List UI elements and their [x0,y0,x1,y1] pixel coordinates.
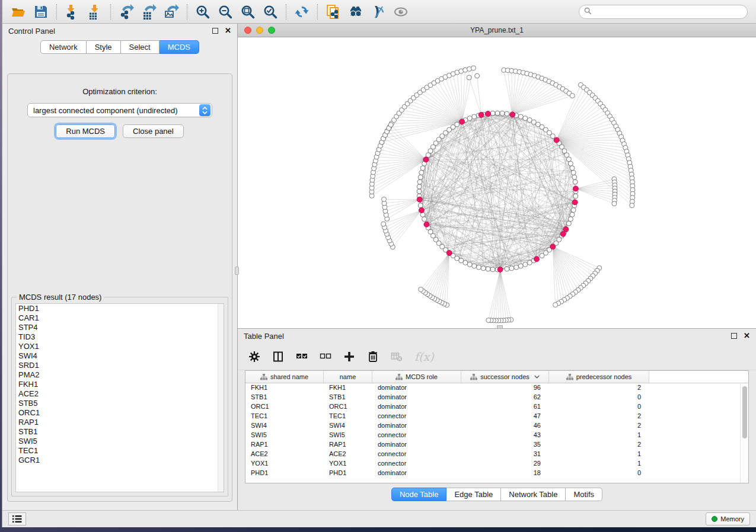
zoom-in-icon[interactable] [192,2,214,21]
close-table-panel-icon[interactable]: ✕ [744,333,750,339]
mcds-result-item[interactable]: PHD1 [16,304,224,313]
table-cell: FKH1 [324,383,372,393]
criterion-dropdown[interactable]: largest connected component (undirected) [27,103,212,117]
show-columns-icon[interactable] [272,351,284,363]
export-table-icon[interactable] [138,2,160,21]
export-network-icon[interactable] [115,2,138,21]
table-row-RAP1[interactable]: RAP1RAP1dominator352 [245,440,748,450]
deselect-all-icon[interactable] [320,351,331,363]
close-panel-icon[interactable]: ✕ [225,28,231,34]
export-image-icon[interactable] [160,2,183,21]
mcds-result-list[interactable]: PHD1CAR1STP4TID3YOX1SWI4SRD1PMA2FKH1ACE2… [15,303,224,492]
table-row-ACE2[interactable]: ACE2ACE2connector311 [245,450,748,459]
mcds-result-item[interactable]: GCR1 [16,456,224,465]
mcds-result-item[interactable]: TID3 [16,332,224,342]
vertical-splitter-grip[interactable] [235,267,239,275]
window-close-traffic-icon[interactable] [244,27,251,34]
tab-network[interactable]: Network [40,40,87,54]
column-header-predecessor-nodes[interactable]: predecessor nodes [549,371,649,383]
mcds-result-item[interactable]: SRD1 [16,361,224,370]
save-session-icon[interactable] [30,2,52,21]
control-panel-tabs: NetworkStyleSelectMCDS [2,40,237,54]
mcds-result-item[interactable]: SWI5 [16,437,224,446]
tab-mcds[interactable]: MCDS [160,40,199,54]
mcds-result-item[interactable]: ORC1 [16,408,224,418]
table-row-SWI4[interactable]: SWI4SWI4dominator462 [245,421,748,431]
tab-node-table[interactable]: Node Table [391,488,447,501]
zoom-out-icon[interactable] [214,2,237,21]
column-header-shared-name[interactable]: shared name [245,371,324,383]
column-header-MCDS-role[interactable]: MCDS role [372,371,461,383]
mcds-result-item[interactable]: PMA2 [16,370,224,380]
import-table-icon[interactable] [84,2,106,21]
mcds-result-item[interactable]: STB1 [16,427,224,437]
add-column-icon[interactable] [343,351,355,363]
table-scrollbar-thumb[interactable] [742,386,747,438]
refresh-icon[interactable] [291,2,313,21]
column-header-successor-nodes[interactable]: successor nodes [461,371,549,383]
delete-column-icon[interactable] [367,351,379,363]
table-row-YOX1[interactable]: YOX1YOX1connector291 [245,459,748,469]
binoculars-icon[interactable] [344,2,367,21]
column-header-name[interactable]: name [324,371,372,383]
tab-style[interactable]: Style [87,40,121,54]
mcds-result-item[interactable]: STB5 [16,399,224,408]
tab-edge-table[interactable]: Edge Table [446,488,501,501]
mcds-result-item[interactable]: YOX1 [16,342,224,351]
mcds-result-item[interactable]: SWI4 [16,351,224,361]
table-cell: YOX1 [245,459,324,469]
hide-graphics-icon[interactable] [367,2,390,21]
table-row-FKH1[interactable]: FKH1FKH1dominator962 [245,383,748,393]
float-table-panel-icon[interactable] [731,333,737,339]
mcds-result-item[interactable]: CAR1 [16,313,224,323]
zoom-fit-icon[interactable] [237,2,259,21]
memory-status-icon [712,516,717,522]
network-window-titlebar[interactable]: YPA_prune.txt_1 [238,24,756,37]
toolbar-separator [286,4,286,20]
import-network-icon[interactable] [61,2,84,21]
tab-network-table[interactable]: Network Table [501,488,566,501]
table-row-TEC1[interactable]: TEC1TEC1connector472 [245,412,748,421]
table-toolbar: f(x) [238,343,756,370]
tab-motifs[interactable]: Motifs [566,488,602,501]
close-panel-button[interactable]: Close panel [123,124,184,138]
optimization-criterion-label: Optimization criterion: [8,87,232,96]
network-canvas[interactable] [238,37,756,328]
table-settings-gear-icon[interactable] [248,351,260,363]
search-box[interactable] [579,5,748,19]
mcds-result-item[interactable]: FKH1 [16,380,224,389]
float-window-icon[interactable] [212,28,218,34]
mcds-result-item[interactable]: STP4 [16,323,224,332]
show-eye-icon[interactable] [390,2,412,21]
mcds-result-item[interactable]: TEC1 [16,446,224,456]
zoom-selected-icon[interactable] [259,2,282,21]
table-cell: TEC1 [245,412,324,421]
run-mcds-button[interactable]: Run MCDS [56,124,115,138]
network-list-icon[interactable] [8,512,26,525]
window-minimize-traffic-icon[interactable] [256,27,263,34]
table-row-PHD1[interactable]: PHD1PHD1dominator180 [245,469,748,478]
table-cell [649,431,748,440]
table-cell: TEC1 [324,412,372,421]
memory-button[interactable]: Memory [706,512,750,525]
horizontal-splitter-grip[interactable] [497,325,503,328]
table-row-SWI5[interactable]: SWI5SWI5connector431 [245,431,748,440]
tab-select[interactable]: Select [121,40,160,54]
mcds-list-scrollbar[interactable] [218,304,224,492]
table-cell: ORC1 [324,402,372,412]
search-input[interactable] [592,6,747,18]
table-row-ORC1[interactable]: ORC1ORC1dominator610 [245,402,748,412]
table-row-STB1[interactable]: STB1STB1dominator620 [245,393,748,402]
open-file-icon[interactable] [7,2,30,21]
select-all-icon[interactable] [296,351,308,363]
network-graph-svg [238,37,751,328]
mcds-result-item[interactable]: ACE2 [16,389,224,399]
table-cell: ACE2 [245,450,324,459]
table-cell: 1 [549,431,649,440]
table-cell [649,440,748,450]
table-scrollbar[interactable] [740,384,748,483]
window-zoom-traffic-icon[interactable] [268,27,275,34]
mcds-result-item[interactable]: RAP1 [16,418,224,427]
table-panel-title: Table Panel [244,332,284,341]
clone-network-icon[interactable] [322,2,344,21]
